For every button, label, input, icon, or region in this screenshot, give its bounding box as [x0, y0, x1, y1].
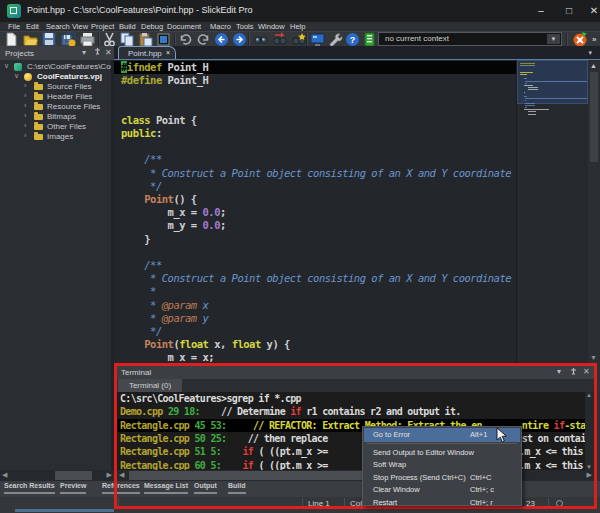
close-button[interactable]: ✕ — [583, 0, 600, 22]
bottom-tab-preview[interactable]: Preview — [60, 482, 86, 489]
context-combo[interactable]: no current context▼ — [378, 32, 562, 46]
console-vscrollbar[interactable]: ▲▼ — [585, 392, 594, 470]
tree-chevron-icon[interactable]: › — [24, 122, 26, 129]
tab-close-icon[interactable]: × — [166, 49, 170, 56]
minimap-line — [525, 107, 527, 108]
menu-tools[interactable]: Tools — [236, 22, 254, 31]
minimap-line — [525, 98, 587, 99]
minimap[interactable] — [516, 60, 588, 363]
menu-view[interactable]: View — [72, 22, 88, 31]
tree-item-label: Resource Files — [47, 102, 100, 111]
tree-chevron-icon[interactable]: › — [24, 82, 26, 89]
minimap-line — [528, 89, 538, 90]
bottom-tab-references[interactable]: References — [102, 482, 140, 489]
save-icon[interactable] — [42, 32, 58, 47]
tree-item-header-files[interactable]: ›Header Files — [0, 92, 111, 102]
back-icon[interactable] — [214, 32, 230, 47]
menu-help[interactable]: Help — [290, 22, 305, 31]
menu-item-stop-process-send-ctrl-c-[interactable]: Stop Process (Send Ctrl+C)Ctrl+C — [364, 471, 520, 483]
menu-document[interactable]: Document — [167, 22, 201, 31]
tree-item-images[interactable]: ›Images — [0, 132, 111, 142]
menu-macro[interactable]: Macro — [210, 22, 231, 31]
terminal-menu-icon[interactable]: ▾ — [557, 367, 561, 377]
editor-vscrollbar[interactable]: ▲▼ — [588, 60, 600, 363]
menu-project[interactable]: Project — [91, 22, 114, 31]
tree-item-coolfeatures-vpj[interactable]: ∨CoolFeatures.vpj — [0, 72, 111, 82]
folder-icon — [34, 104, 43, 110]
terminal-tab[interactable]: Terminal (0) — [118, 379, 182, 392]
minimap-line — [528, 114, 536, 115]
maximize-button[interactable]: □ — [558, 0, 580, 22]
folder-icon — [34, 124, 43, 130]
tree-chevron-icon[interactable]: › — [24, 102, 26, 109]
cut-icon[interactable] — [102, 32, 118, 47]
menu-edit[interactable]: Edit — [26, 22, 39, 31]
menu-build[interactable]: Build — [119, 22, 136, 31]
menu-item-clear-window[interactable]: Clear WindowCtrl+; c — [364, 483, 520, 495]
panel-close-icon[interactable]: ✕ — [105, 48, 112, 58]
project-icon — [24, 73, 32, 81]
code-editor[interactable]: #ifndef Point_H#define Point_Hclass Poin… — [114, 60, 516, 363]
minimap-line — [520, 72, 533, 73]
minimize-button[interactable]: – — [530, 0, 552, 22]
menu-debug[interactable]: Debug — [141, 22, 163, 31]
menu-search[interactable]: Search — [46, 22, 70, 31]
monitor-icon[interactable] — [310, 32, 326, 47]
config-wrench-icon[interactable] — [328, 32, 344, 47]
panel-menu-icon[interactable]: ▾ — [82, 48, 86, 58]
tree-chevron-icon[interactable]: › — [24, 112, 26, 119]
panel-pin-icon[interactable] — [94, 48, 101, 60]
code-line: Point(float x, float y) { — [114, 338, 516, 351]
menu-file[interactable]: File — [8, 22, 20, 31]
code-line: m_x = x; — [114, 351, 516, 363]
mouse-cursor — [496, 427, 508, 448]
bottom-tab-build[interactable]: Build — [228, 482, 246, 489]
tree-chevron-icon[interactable]: ∨ — [4, 62, 9, 70]
menu-item-restart[interactable]: RestartCtrl+; r — [364, 496, 520, 508]
tree-chevron-icon[interactable]: › — [24, 132, 26, 139]
redo-icon[interactable] — [196, 32, 212, 47]
code-line: #define Point_H — [114, 74, 516, 87]
console-hscrollbar[interactable]: ◀ ▶ — [117, 470, 594, 481]
tree-item-source-files[interactable]: ›Source Files — [0, 82, 111, 92]
combo-dropdown-icon[interactable]: ▼ — [547, 34, 560, 44]
code-line: * Construct a Point object consisting of… — [114, 167, 516, 180]
minimap-line — [528, 111, 536, 112]
stop-build-icon[interactable] — [572, 31, 588, 47]
copy-icon[interactable] — [120, 32, 136, 47]
projects-hscrollbar[interactable]: ◀ ▶ — [0, 470, 114, 481]
tab-point-hpp[interactable]: Point.hpp × — [118, 46, 176, 59]
minimap-line — [524, 109, 549, 110]
tree-item-resource-files[interactable]: ›Resource Files — [0, 102, 111, 112]
find-in-files-icon[interactable] — [291, 32, 307, 47]
undo-icon[interactable] — [178, 32, 194, 47]
paste-icon[interactable] — [138, 32, 154, 47]
bottom-tab-output[interactable]: Output — [194, 482, 217, 489]
tree-item-other-files[interactable]: ›Other Files — [0, 122, 111, 132]
list-members-icon[interactable] — [362, 32, 378, 47]
menu-item-soft-wrap[interactable]: Soft Wrap — [364, 458, 520, 470]
open-file-icon[interactable] — [23, 32, 39, 47]
print-icon[interactable] — [80, 32, 96, 47]
status-cell-23: 23 — [520, 498, 548, 509]
forward-icon[interactable] — [232, 32, 248, 47]
tree-item-label: Other Files — [47, 122, 86, 131]
tree-item-bitmaps[interactable]: ›Bitmaps — [0, 112, 111, 122]
tree-item-c-src-coolfeatures-coolfeatures[interactable]: ∨C:\src\CoolFeatures\CoolFeatures — [0, 62, 111, 72]
terminal-close-icon[interactable]: ✕ — [583, 367, 590, 377]
find-icon[interactable] — [253, 32, 269, 47]
tab-list-dropdown-icon[interactable]: ▾ — [588, 49, 592, 57]
menu-window[interactable]: Window — [258, 22, 285, 31]
bottom-tab-search-results[interactable]: Search Results — [4, 482, 55, 489]
terminal-panel: Terminal ▾ ✕ Terminal (0) C:\src\CoolFea… — [114, 363, 597, 481]
bottom-tab-message-list[interactable]: Message List — [144, 482, 188, 489]
save-all-icon[interactable] — [61, 32, 77, 47]
new-file-icon[interactable] — [4, 32, 20, 47]
code-line — [114, 246, 516, 259]
help-icon[interactable]: ? — [345, 32, 361, 47]
toolbar-overflow[interactable]: » — [592, 35, 596, 44]
tree-chevron-icon[interactable]: ∨ — [14, 72, 19, 80]
find-next-icon[interactable] — [272, 32, 288, 47]
tree-chevron-icon[interactable]: › — [24, 92, 26, 99]
select-block-icon[interactable] — [156, 32, 172, 47]
